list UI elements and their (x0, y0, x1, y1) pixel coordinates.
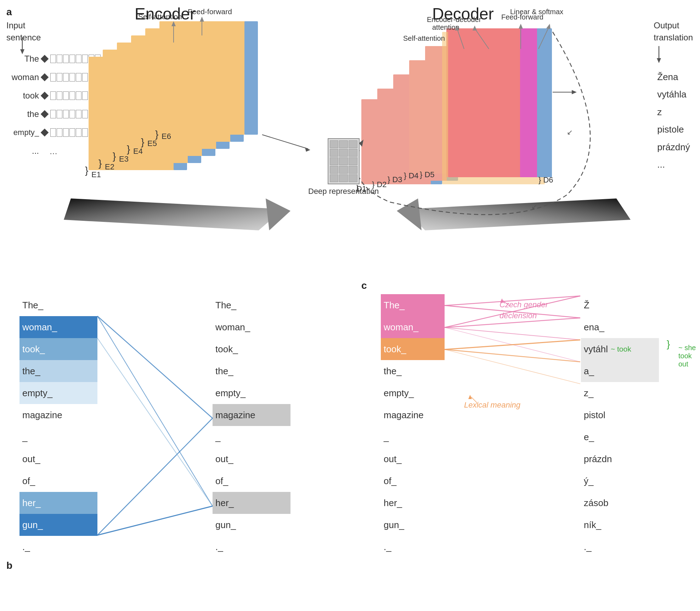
svg-rect-57 (537, 28, 552, 177)
deep-representation: Deep representation (308, 138, 379, 197)
svg-text:↙: ↙ (567, 128, 573, 136)
svg-text:E4: E4 (133, 147, 143, 156)
svg-text:Self-attention: Self-attention (403, 34, 445, 42)
svg-text:}: } (155, 129, 158, 140)
svg-text:} D5: } D5 (420, 170, 435, 179)
svg-marker-78 (404, 198, 631, 230)
section-c: c The_ woman_ took_ the_ empty_ magazine… (361, 280, 700, 611)
svg-text:E5: E5 (147, 139, 157, 148)
svg-text:} D3: } D3 (388, 175, 402, 184)
svg-marker-76 (546, 24, 551, 29)
svg-text:E1: E1 (91, 170, 101, 179)
svg-line-104 (445, 349, 580, 384)
b-lines-svg (0, 280, 347, 611)
c-lines-svg (361, 280, 700, 611)
svg-line-94 (97, 418, 213, 535)
svg-text:↙: ↙ (531, 203, 537, 211)
svg-text:E2: E2 (105, 162, 114, 171)
svg-marker-81 (572, 90, 577, 94)
svg-line-102 (445, 340, 580, 349)
svg-marker-32 (64, 198, 283, 230)
svg-marker-30 (200, 17, 204, 22)
svg-text:} D4: } D4 (404, 171, 419, 180)
deep-rep-label: Deep representation (308, 186, 379, 197)
svg-text:E6: E6 (162, 132, 171, 141)
svg-marker-73 (519, 24, 523, 29)
section-a: a Encoder Decoder Inputsentence The ▶ wo… (0, 0, 700, 276)
section-b: b The_ woman_ took_ the_ empty_ magazine… (0, 280, 347, 611)
svg-line-95 (97, 338, 213, 506)
svg-line-107 (471, 397, 478, 404)
svg-line-91 (97, 316, 213, 418)
svg-text:}: } (141, 136, 144, 147)
svg-text:} D6: } D6 (538, 175, 553, 184)
svg-line-92 (97, 316, 213, 506)
svg-line-103 (445, 349, 580, 362)
svg-text:}: } (113, 151, 116, 162)
svg-text:}: } (127, 144, 130, 155)
svg-line-93 (97, 506, 213, 535)
svg-marker-79 (397, 198, 422, 230)
svg-text:}: } (98, 158, 102, 169)
svg-line-100 (445, 327, 580, 340)
svg-marker-33 (266, 198, 290, 230)
output-translation: Outputtranslation Ženavytáhlazpistoleprá… (654, 19, 693, 173)
svg-line-85 (262, 135, 308, 149)
svg-text:E3: E3 (119, 155, 129, 163)
svg-text:Encoder-decoder: Encoder-decoder (427, 16, 481, 23)
svg-text:}: } (85, 165, 88, 176)
svg-rect-13 (244, 21, 258, 135)
deep-rep-grid (328, 138, 360, 184)
svg-text:Linear & softmax: Linear & softmax (510, 8, 563, 16)
svg-rect-56 (520, 28, 538, 177)
svg-marker-90 (657, 58, 661, 63)
svg-text:Feed-forward: Feed-forward (188, 7, 232, 16)
svg-text:Self-attention: Self-attention (138, 12, 182, 21)
svg-marker-66 (473, 26, 477, 30)
